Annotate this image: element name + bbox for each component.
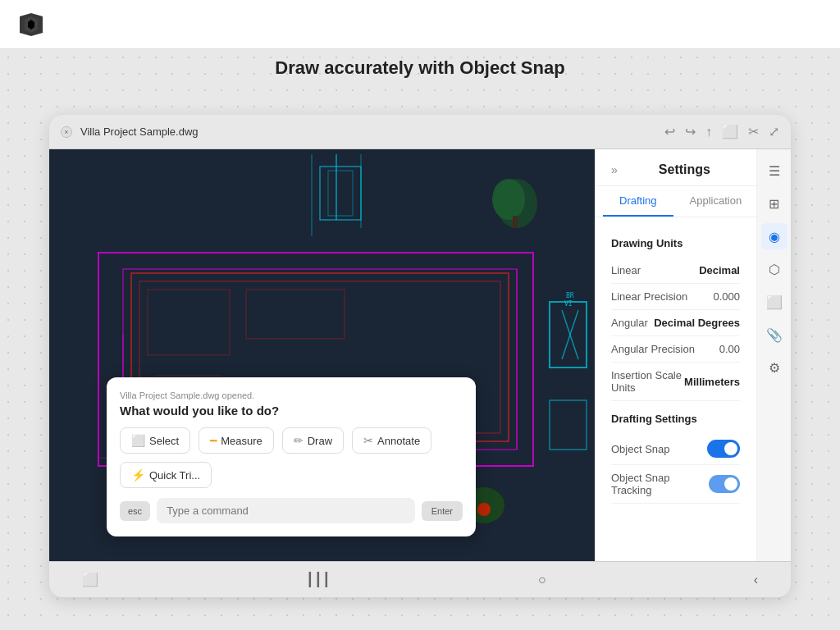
annotate-label: Annotate xyxy=(377,435,420,447)
linear-precision-label: Linear Precision xyxy=(611,290,687,303)
list-icon[interactable]: ☰ xyxy=(761,158,788,184)
quicktrim-label: Quick Tri... xyxy=(149,469,200,482)
linear-label: Linear xyxy=(611,264,641,276)
esc-button[interactable]: esc xyxy=(120,501,150,521)
right-sidebar: ☰ ⊞ ◉ ⬡ ⬜ 📎 ⚙ xyxy=(756,149,791,561)
linear-row: Linear Decimal xyxy=(611,258,740,284)
popup-question: What would you like to do? xyxy=(120,404,463,418)
eye-icon[interactable]: ◉ xyxy=(761,223,788,249)
popup-actions: ⬜ Select ━ Measure ✏ Draw ✂ Annotate xyxy=(120,427,463,488)
object-snap-tracking-label: Object Snap Tracking xyxy=(611,472,709,496)
quicktrim-button[interactable]: ⚡ Quick Tri... xyxy=(120,462,212,488)
gear-icon[interactable]: ⚙ xyxy=(761,354,788,381)
card-bottom-bar: ⬜ ┃┃┃ ○ ‹ xyxy=(49,561,791,597)
settings-title: Settings xyxy=(629,162,740,177)
drawing-units-title: Drawing Units xyxy=(611,237,740,249)
select-button[interactable]: ⬜ Select xyxy=(120,427,190,454)
collapse-icon[interactable]: » xyxy=(611,163,618,176)
circle-icon[interactable]: ○ xyxy=(538,573,546,587)
settings-panel: » Settings Drafting Application Drawing … xyxy=(595,149,756,561)
home-icon[interactable]: ⬜ xyxy=(82,572,98,587)
settings-header: » Settings xyxy=(595,149,756,186)
svg-point-5 xyxy=(492,179,525,220)
draw-label: Draw xyxy=(308,435,332,447)
enter-button[interactable]: Enter xyxy=(422,501,463,521)
fullscreen-icon[interactable]: ⤢ xyxy=(769,124,779,139)
measure-icon: ━ xyxy=(210,434,217,447)
save-icon[interactable]: ⬜ xyxy=(722,124,738,139)
angular-value: Decimal Degrees xyxy=(654,317,740,329)
linear-precision-row: Linear Precision 0.000 xyxy=(611,284,740,310)
quicktrim-icon: ⚡ xyxy=(131,468,145,482)
object-snap-tracking-toggle[interactable] xyxy=(709,475,740,493)
annotate-icon: ✂ xyxy=(363,434,373,447)
tab-drafting[interactable]: Drafting xyxy=(603,186,673,217)
settings-tabs: Drafting Application xyxy=(595,186,756,217)
object-snap-tracking-row: Object Snap Tracking xyxy=(611,465,740,504)
card-filename: Villa Project Sample.dwg xyxy=(80,126,199,138)
popup-filename: Villa Project Sample.dwg opened. xyxy=(120,390,463,400)
drafting-settings-title: Drafting Settings xyxy=(611,413,740,425)
redo-icon[interactable]: ↪ xyxy=(685,124,696,139)
top-bar xyxy=(0,0,840,49)
menu-icon[interactable]: ┃┃┃ xyxy=(306,572,331,587)
grid-icon[interactable]: ⊞ xyxy=(761,190,788,217)
crop-icon[interactable]: ✂ xyxy=(748,124,759,139)
svg-point-39 xyxy=(477,503,491,516)
attach-icon[interactable]: 📎 xyxy=(761,322,788,348)
svg-text:BR: BR xyxy=(566,292,574,299)
shapes-icon[interactable]: ⬜ xyxy=(761,289,788,315)
angular-precision-value: 0.00 xyxy=(719,343,740,355)
angular-precision-row: Angular Precision 0.00 xyxy=(611,336,740,363)
svg-text:VI: VI xyxy=(564,300,573,308)
main-card: × Villa Project Sample.dwg ↩ ↪ ↑ ⬜ ✂ ⤢ xyxy=(49,115,791,597)
back-icon[interactable]: ‹ xyxy=(754,573,758,587)
cad-drawing-area: LIVING ROOM 25'0"x15'0" BR VI xyxy=(49,149,595,561)
object-snap-row: Object Snap xyxy=(611,433,740,465)
command-popup: Villa Project Sample.dwg opened. What wo… xyxy=(107,377,476,536)
settings-body: Drawing Units Linear Decimal Linear Prec… xyxy=(595,217,756,561)
select-icon: ⬜ xyxy=(131,434,145,447)
card-title-bar: × Villa Project Sample.dwg ↩ ↪ ↑ ⬜ ✂ ⤢ xyxy=(49,115,791,149)
annotate-button[interactable]: ✂ Annotate xyxy=(352,427,431,454)
select-label: Select xyxy=(149,435,179,447)
svg-rect-6 xyxy=(513,216,518,228)
object-snap-label: Object Snap xyxy=(611,443,670,455)
angular-label: Angular xyxy=(611,317,648,329)
undo-icon[interactable]: ↩ xyxy=(664,124,675,139)
card-content: LIVING ROOM 25'0"x15'0" BR VI xyxy=(49,149,791,561)
linear-precision-value: 0.000 xyxy=(713,290,740,303)
object-snap-toggle[interactable] xyxy=(707,440,740,458)
command-input[interactable] xyxy=(157,498,415,523)
linear-value: Decimal xyxy=(699,264,740,276)
command-input-row: esc Enter xyxy=(120,498,463,523)
draw-icon: ✏ xyxy=(294,434,304,447)
insertion-scale-value: Millimeters xyxy=(684,376,740,388)
angular-row: Angular Decimal Degrees xyxy=(611,310,740,336)
angular-precision-label: Angular Precision xyxy=(611,343,695,355)
tab-application[interactable]: Application xyxy=(673,186,756,217)
measure-button[interactable]: ━ Measure xyxy=(199,427,274,454)
measure-label: Measure xyxy=(221,435,262,447)
layers-icon[interactable]: ⬡ xyxy=(761,256,788,282)
insertion-scale-label: Insertion Scale Units xyxy=(611,369,684,394)
upload-icon[interactable]: ↑ xyxy=(705,125,712,139)
page-title: Draw accurately with Object Snap xyxy=(0,57,840,79)
insertion-scale-row: Insertion Scale Units Millimeters xyxy=(611,363,740,401)
close-button[interactable]: × xyxy=(61,126,72,138)
autodesk-logo-icon xyxy=(16,10,46,39)
toolbar-icons: ↩ ↪ ↑ ⬜ ✂ ⤢ xyxy=(664,124,779,139)
draw-button[interactable]: ✏ Draw xyxy=(282,427,344,454)
